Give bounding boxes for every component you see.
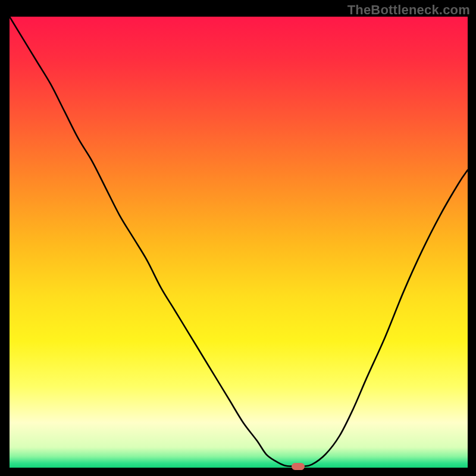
plot-area	[10, 17, 468, 468]
balance-marker	[292, 463, 305, 470]
gradient-background	[10, 17, 468, 468]
watermark-text: TheBottleneck.com	[347, 2, 470, 18]
bottleneck-plot-svg	[10, 17, 468, 468]
chart-frame: TheBottleneck.com	[0, 0, 476, 476]
